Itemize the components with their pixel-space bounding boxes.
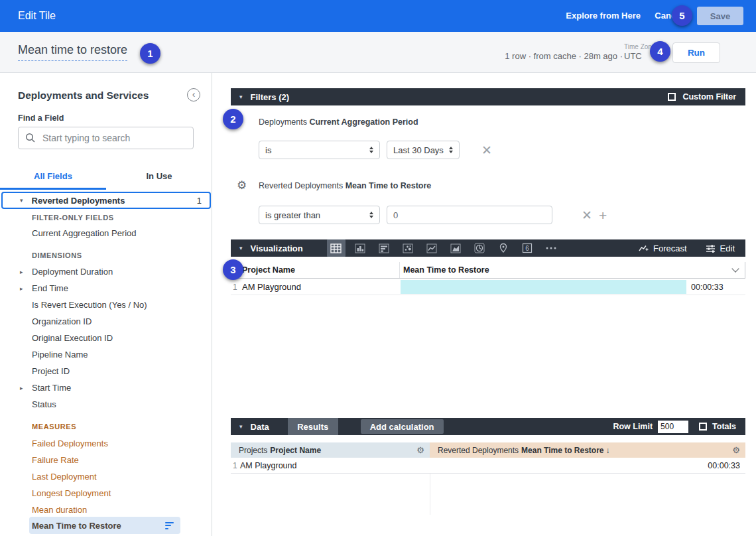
viz-type-map-icon[interactable] [494, 239, 513, 257]
edit-visualization-button[interactable]: Edit [706, 243, 735, 253]
filter1-value-select[interactable]: Last 30 Days [387, 141, 460, 159]
sidebar-item-organization-id[interactable]: Organization ID [32, 316, 92, 326]
sidebar-item-mean-duration[interactable]: Mean duration [32, 505, 87, 515]
sidebar-item-last-deployment[interactable]: Last Deployment [32, 472, 97, 482]
totals-checkbox[interactable] [699, 423, 707, 431]
viz-column-project-name[interactable]: Project Name [242, 265, 295, 275]
filter1-operator-select[interactable]: is [259, 141, 380, 159]
expand-icon[interactable]: ▸ [20, 269, 23, 275]
sidebar-item-is-revert-execution[interactable]: Is Revert Execution (Yes / No) [32, 300, 147, 310]
add-calculation-button[interactable]: Add calculation [361, 419, 444, 434]
viz-type-single-value-icon[interactable]: 6 [518, 239, 536, 257]
explore-from-here-link[interactable]: Explore from Here [566, 11, 641, 21]
forecast-button[interactable]: Forecast [639, 243, 687, 253]
viz-type-column-icon[interactable] [351, 239, 369, 257]
search-input[interactable] [42, 133, 175, 143]
column-divider[interactable] [399, 262, 400, 278]
viz-table-header: Project Name Mean Time to Restore [231, 262, 745, 279]
sidebar-item-project-id[interactable]: Project ID [32, 366, 70, 376]
collapse-data-icon[interactable]: ▾ [239, 423, 243, 430]
filter1-field-label: Deployments Current Aggregation Period [259, 117, 418, 127]
sidebar-item-failed-deployments[interactable]: Failed Deployments [32, 438, 108, 448]
query-status-text: 1 row · from cache · 28m ago · [505, 51, 623, 61]
row-limit-input[interactable] [658, 421, 688, 433]
add-filter-icon[interactable]: + [599, 208, 607, 222]
collapse-filters-icon[interactable]: ▾ [239, 94, 243, 100]
viz-type-more-icon[interactable] [542, 239, 560, 257]
filter1-value: Last 30 Days [393, 145, 444, 155]
column-view-name: Projects [239, 446, 267, 455]
run-button[interactable]: Run [672, 42, 720, 63]
sidebar-item-longest-deployment[interactable]: Longest Deployment [32, 488, 111, 498]
sidebar-item-failure-rate[interactable]: Failure Rate [32, 455, 79, 465]
sort-descending-icon[interactable]: ↓ [606, 446, 610, 455]
expand-icon[interactable]: ▸ [20, 385, 23, 391]
timezone-value[interactable]: UTC [624, 51, 642, 61]
filter2-operator-select[interactable]: is greater than [259, 206, 380, 224]
column-view-name: Reverted Deployments [438, 446, 519, 455]
heading-measures: MEASURES [32, 423, 76, 431]
row-index: 1 [233, 461, 237, 470]
filter2-operator-value: is greater than [265, 210, 320, 220]
data-panel-header[interactable]: ▾ Data Results Add calculation Row Limit… [231, 418, 745, 435]
results-tab[interactable]: Results [288, 418, 338, 435]
data-column-mean-time-to-restore[interactable]: Reverted Deployments Mean Time to Restor… [430, 442, 745, 458]
filter-applied-icon[interactable] [165, 522, 174, 529]
viz-type-bar-icon[interactable] [375, 239, 393, 257]
data-column-project-name[interactable]: Projects Project Name ⚙ [231, 442, 430, 458]
tab-all-fields[interactable]: All Fields [0, 171, 106, 181]
collapse-sidebar-icon[interactable]: ‹ [187, 88, 200, 101]
sidebar-item-end-time[interactable]: End Time [32, 283, 68, 293]
viz-type-area-icon[interactable] [446, 239, 465, 257]
visualization-panel-header[interactable]: ▾ Visualization [231, 239, 745, 257]
filter2-field-label: Reverted Deployments Mean Time to Restor… [259, 181, 431, 190]
viz-type-table-icon[interactable] [327, 239, 346, 257]
column-menu-chevron-icon[interactable] [731, 265, 739, 272]
sidebar-group-reverted-deployments[interactable]: ▾ Reverted Deployments 1 [1, 192, 211, 209]
tab-in-use[interactable]: In Use [106, 171, 212, 181]
edit-settings-icon [706, 244, 716, 253]
expand-icon[interactable]: ▸ [20, 285, 23, 292]
sidebar-item-pipeline-name[interactable]: Pipeline Name [32, 350, 88, 360]
filter2-value-input[interactable] [387, 206, 552, 224]
data-table-row[interactable]: 1 AM Playground 00:00:33 [231, 458, 745, 474]
data-cell-project[interactable]: AM Playground [240, 461, 296, 470]
field-search-box[interactable] [18, 127, 194, 149]
explore-view-title: Deployments and Services [18, 90, 149, 101]
heading-filter-only-fields: FILTER-ONLY FIELDS [32, 214, 114, 222]
tile-title[interactable]: Mean time to restore [18, 43, 127, 61]
viz-cell-value[interactable]: 00:00:33 [691, 283, 724, 292]
filter1-view-name: Deployments [259, 117, 307, 127]
row-limit-label: Row Limit [613, 422, 653, 431]
filters-panel-header[interactable]: ▾ Filters (2) Custom Filter [231, 88, 745, 105]
viz-column-mean-time-to-restore[interactable]: Mean Time to Restore [403, 265, 489, 275]
chevron-down-icon[interactable]: ▾ [20, 197, 23, 204]
sidebar-item-status[interactable]: Status [32, 399, 56, 409]
viz-type-line-icon[interactable] [422, 239, 441, 257]
column-gear-icon[interactable]: ⚙ [416, 445, 424, 455]
annotation-badge-5: 5 [672, 5, 692, 26]
viz-table-row[interactable]: 1 AM Playground 00:00:33 [231, 279, 745, 295]
viz-cell-project[interactable]: AM Playground [242, 282, 301, 292]
visualization-panel-title: Visualization [251, 243, 303, 253]
save-button[interactable]: Save [697, 7, 743, 25]
sidebar-item-original-execution-id[interactable]: Original Execution ID [32, 333, 113, 343]
viz-type-pie-icon[interactable] [470, 239, 489, 257]
sidebar-item-deployment-duration[interactable]: Deployment Duration [32, 267, 113, 277]
top-app-bar: Edit Tile Explore from Here Cancel Save [0, 0, 756, 32]
sidebar-item-start-time[interactable]: Start Time [32, 383, 71, 393]
group-label: Reverted Deployments [32, 196, 125, 206]
remove-filter1-icon[interactable]: ✕ [481, 144, 492, 157]
sidebar-item-mean-time-to-restore-selected[interactable]: Mean Time to Restore [29, 517, 180, 534]
viz-type-scatter-icon[interactable] [399, 239, 417, 257]
sidebar-item-current-aggregation-period[interactable]: Current Aggregation Period [32, 228, 137, 238]
column-field-name: Mean Time to Restore [521, 446, 603, 455]
data-cell-value[interactable]: 00:00:33 [430, 461, 740, 470]
remove-filter2-icon[interactable]: ✕ [582, 209, 592, 222]
filter2-settings-gear-icon[interactable]: ⚙ [237, 180, 247, 191]
collapse-visualization-icon[interactable]: ▾ [239, 245, 243, 251]
custom-filter-checkbox[interactable] [668, 93, 676, 101]
column-gear-icon[interactable]: ⚙ [732, 445, 740, 455]
filter2-field-name: Mean Time to Restore [346, 181, 432, 190]
custom-filter-label: Custom Filter [682, 92, 736, 101]
